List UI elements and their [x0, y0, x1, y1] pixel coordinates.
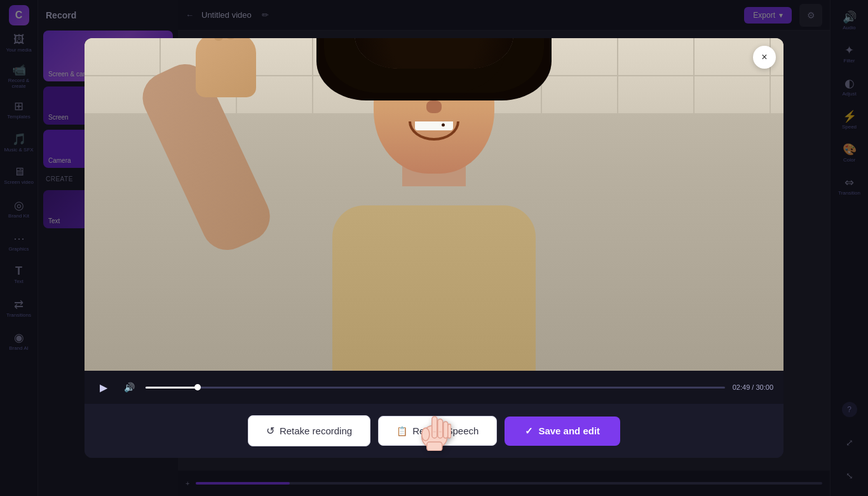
video-progress-fill: [146, 387, 198, 389]
video-progress-bar[interactable]: [146, 387, 725, 389]
person-right-eye: [454, 78, 470, 90]
person-fingers: [202, 38, 246, 41]
person-mouth: [409, 121, 459, 141]
modal-controls: ▶ 🔊 02:49 / 30:00: [85, 371, 783, 404]
play-button[interactable]: ▶: [95, 378, 112, 396]
save-checkmark-icon: ✓: [525, 425, 533, 437]
modal-video-area: [85, 38, 783, 371]
save-and-edit-button[interactable]: ✓ Save and edit: [505, 417, 620, 446]
recording-review-modal: ×: [85, 38, 783, 458]
retake-label: Retake recording: [280, 425, 352, 436]
review-speech-label: Review Speech: [412, 425, 478, 436]
video-time-display: 02:49 / 30:00: [733, 383, 773, 391]
video-background: [85, 38, 783, 371]
close-icon: ×: [761, 52, 767, 63]
person-teeth: [415, 121, 453, 130]
person-torso: [332, 205, 536, 371]
review-speech-button[interactable]: 📋 Review Speech: [378, 416, 497, 446]
person-nose: [426, 100, 442, 113]
video-progress-thumb: [194, 384, 201, 390]
review-speech-icon: 📋: [397, 426, 407, 436]
person-left-eye: [398, 78, 414, 90]
modal-close-button[interactable]: ×: [753, 46, 776, 69]
person-hair: [355, 38, 513, 69]
person-left-hand: [196, 38, 256, 97]
modal-overlay[interactable]: ×: [0, 0, 868, 496]
volume-button[interactable]: 🔊: [120, 378, 138, 396]
action-bar: ↺ Retake recording 📋 Review Speech ✓ Sav…: [85, 404, 783, 458]
retake-recording-button[interactable]: ↺ Retake recording: [248, 415, 370, 446]
person-mole: [442, 123, 445, 127]
retake-icon: ↺: [266, 425, 275, 437]
save-label: Save and edit: [538, 425, 600, 436]
